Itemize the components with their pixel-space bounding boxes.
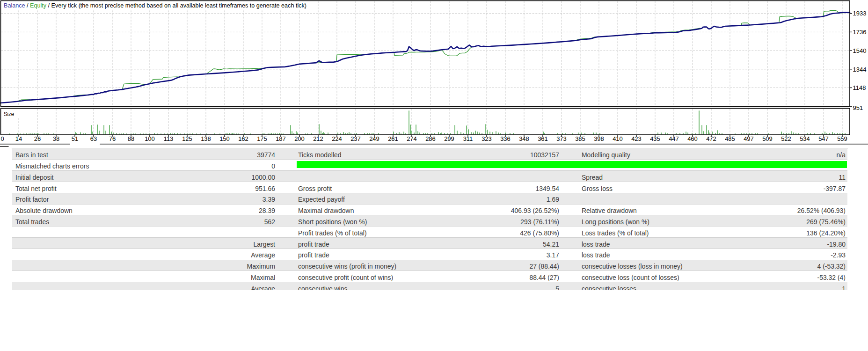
svg-text:361: 361 (538, 135, 548, 142)
svg-text:1540: 1540 (853, 47, 867, 54)
svg-text:286: 286 (425, 135, 436, 142)
svg-text:497: 497 (744, 135, 754, 142)
svg-text:534: 534 (800, 135, 810, 142)
svg-text:1736: 1736 (853, 29, 867, 36)
svg-text:951: 951 (853, 104, 863, 111)
svg-text:373: 373 (556, 135, 567, 142)
svg-text:509: 509 (762, 135, 773, 142)
svg-text:63: 63 (90, 135, 97, 142)
svg-text:212: 212 (313, 135, 323, 142)
svg-text:385: 385 (575, 135, 585, 142)
svg-text:14: 14 (15, 135, 22, 142)
svg-text:26: 26 (34, 135, 41, 142)
svg-text:100: 100 (145, 135, 155, 142)
svg-text:299: 299 (444, 135, 454, 142)
svg-text:311: 311 (463, 135, 473, 142)
svg-text:485: 485 (725, 135, 735, 142)
svg-text:547: 547 (818, 135, 829, 142)
svg-text:113: 113 (164, 135, 174, 142)
svg-text:447: 447 (669, 135, 679, 142)
svg-text:1933: 1933 (853, 10, 867, 17)
svg-text:138: 138 (201, 135, 211, 142)
svg-text:472: 472 (706, 135, 716, 142)
svg-text:261: 261 (388, 135, 398, 142)
svg-text:348: 348 (519, 135, 529, 142)
svg-text:274: 274 (407, 135, 417, 142)
svg-text:323: 323 (481, 135, 492, 142)
svg-text:51: 51 (72, 135, 78, 142)
svg-text:88: 88 (128, 135, 134, 142)
svg-text:237: 237 (350, 135, 361, 142)
svg-text:1148: 1148 (853, 84, 866, 91)
svg-text:76: 76 (109, 135, 116, 142)
svg-text:125: 125 (182, 135, 192, 142)
svg-text:38: 38 (53, 135, 59, 142)
svg-text:187: 187 (276, 135, 286, 142)
svg-text:175: 175 (257, 135, 267, 142)
svg-text:Size: Size (4, 110, 14, 117)
svg-text:Balance / Equity / Every tick: Balance / Equity / Every tick (the most … (4, 2, 306, 9)
svg-text:460: 460 (687, 135, 698, 142)
svg-text:0: 0 (1, 135, 4, 142)
svg-text:410: 410 (613, 135, 623, 142)
svg-text:200: 200 (294, 135, 305, 142)
svg-text:336: 336 (500, 135, 511, 142)
svg-text:162: 162 (238, 135, 248, 142)
svg-text:398: 398 (594, 135, 604, 142)
svg-text:224: 224 (332, 135, 342, 142)
svg-text:435: 435 (650, 135, 660, 142)
svg-text:559: 559 (837, 135, 847, 142)
svg-text:1344: 1344 (853, 66, 867, 73)
svg-text:423: 423 (631, 135, 642, 142)
svg-text:249: 249 (369, 135, 379, 142)
svg-text:522: 522 (781, 135, 791, 142)
svg-text:150: 150 (219, 135, 230, 142)
